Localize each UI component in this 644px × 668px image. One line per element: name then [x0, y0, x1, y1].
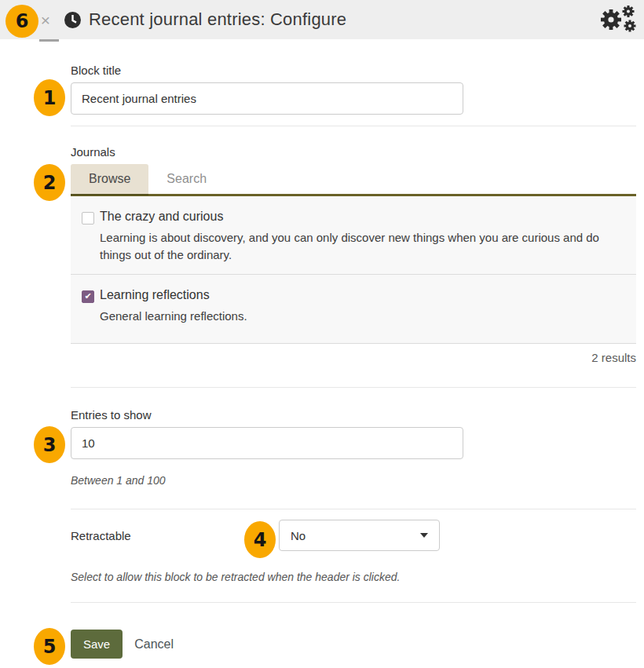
entries-input[interactable]	[71, 427, 463, 459]
journals-label: Journals	[71, 145, 636, 159]
journal-item-title: The crazy and curious	[100, 210, 625, 224]
journal-checkbox-checked[interactable]: ✔	[82, 290, 94, 303]
journal-list: The crazy and curious Learning is about …	[71, 196, 636, 344]
obscured-element-edge	[39, 39, 59, 42]
field-journals: Journals Browse Search The crazy and cur…	[71, 145, 636, 364]
results-count: 2 results	[71, 351, 636, 364]
journal-item: ✔ Learning reflections General learning …	[71, 274, 636, 344]
journal-item-title: Learning reflections	[100, 288, 247, 302]
entries-help-text: Between 1 and 100	[71, 474, 636, 487]
caret-down-icon	[420, 533, 428, 538]
divider	[71, 509, 636, 509]
journal-checkbox[interactable]	[82, 212, 94, 224]
cancel-link[interactable]: Cancel	[134, 637, 174, 652]
block-title-label: Block title	[71, 64, 636, 77]
entries-label: Entries to show	[71, 408, 636, 422]
callout-1: 1	[34, 79, 65, 116]
retractable-select[interactable]: No	[279, 520, 440, 551]
block-title-input[interactable]	[71, 82, 463, 115]
callout-6: 6	[5, 5, 38, 38]
close-icon[interactable]: ×	[38, 12, 53, 28]
divider	[71, 126, 636, 126]
divider	[71, 387, 636, 388]
dialog-header: × Recent journal entries: Configure	[0, 0, 644, 39]
checkmark-icon: ✔	[84, 292, 91, 301]
save-button[interactable]: Save	[71, 630, 123, 659]
journal-item-text: Learning reflections General learning re…	[100, 288, 247, 325]
journal-item: The crazy and curious Learning is about …	[71, 196, 636, 274]
action-row: Save Cancel	[71, 630, 636, 659]
callout-5: 5	[34, 628, 65, 665]
journal-item-description: Learning is about discovery, and you can…	[100, 229, 625, 264]
callout-2: 2	[34, 164, 65, 201]
field-entries-to-show: Entries to show Between 1 and 100	[71, 408, 636, 487]
journal-item-text: The crazy and curious Learning is about …	[100, 210, 625, 264]
field-block-title: Block title	[71, 64, 636, 115]
retractable-selected-value: No	[291, 529, 306, 542]
gears-icon[interactable]	[598, 4, 638, 35]
clock-icon	[64, 11, 82, 29]
field-retractable: Retractable No Select to allow this bloc…	[71, 520, 636, 583]
tab-browse[interactable]: Browse	[71, 164, 148, 194]
dialog-body: Block title Journals Browse Search The c…	[0, 64, 644, 659]
callout-3: 3	[34, 426, 65, 463]
configure-dialog: × Recent journal entries: Configure	[0, 0, 644, 668]
retractable-row: Retractable No	[71, 520, 636, 551]
dialog-title: Recent journal entries: Configure	[89, 9, 346, 30]
tab-search[interactable]: Search	[148, 164, 225, 194]
callout-4: 4	[244, 521, 276, 558]
journals-tabbar: Browse Search	[71, 164, 636, 196]
journal-item-description: General learning reflections.	[100, 308, 247, 325]
divider	[71, 602, 636, 603]
retractable-help-text: Select to allow this block to be retract…	[71, 571, 636, 583]
